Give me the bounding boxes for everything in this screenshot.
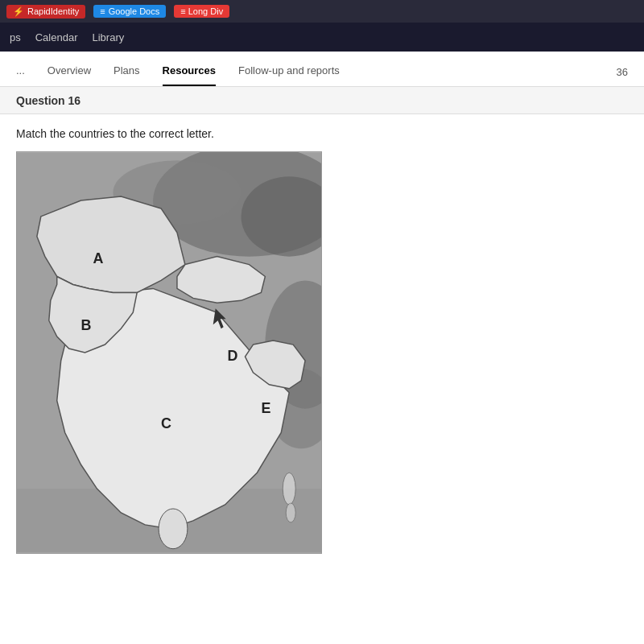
map-svg: A B C D E	[17, 152, 321, 553]
svg-point-13	[283, 473, 295, 505]
question-header: Question 16	[0, 87, 644, 114]
map-container: A B C D E	[16, 151, 322, 554]
tab-plans[interactable]: Plans	[114, 64, 140, 86]
label-D: D	[228, 348, 238, 364]
long-div-tab[interactable]: ≡ Long Div	[174, 5, 229, 18]
label-C: C	[161, 416, 171, 432]
tab-ellipsis[interactable]: ...	[16, 64, 25, 86]
main-content: Match the countries to the correct lette…	[0, 114, 644, 567]
label-A: A	[93, 250, 104, 266]
page-indicator: 36	[617, 66, 628, 86]
rapid-identity-icon: ⚡	[13, 6, 24, 17]
svg-point-12	[159, 509, 188, 549]
question-instruction: Match the countries to the correct lette…	[16, 127, 628, 140]
tab-followup[interactable]: Follow-up and reports	[238, 64, 340, 86]
question-number-label: Question 16	[16, 94, 80, 107]
docs-icon: ≡	[100, 6, 105, 16]
rapid-identity-tab[interactable]: ⚡ RapidIdentity	[6, 5, 85, 19]
nav-calendar[interactable]: Calendar	[35, 31, 78, 43]
svg-point-14	[286, 503, 295, 522]
long-div-icon: ≡	[180, 6, 185, 16]
nav-ps[interactable]: ps	[10, 31, 21, 43]
tab-overview[interactable]: Overview	[47, 64, 91, 86]
label-B: B	[81, 317, 92, 333]
browser-topbar: ⚡ RapidIdentity ≡ Google Docs ≡ Long Div	[0, 0, 644, 23]
tab-resources[interactable]: Resources	[163, 64, 216, 86]
nav-library[interactable]: Library	[93, 31, 125, 43]
app-navbar: ps Calendar Library	[0, 23, 644, 52]
secondary-nav: ... Overview Plans Resources Follow-up a…	[0, 52, 644, 87]
label-E: E	[261, 400, 270, 416]
google-docs-tab[interactable]: ≡ Google Docs	[93, 5, 166, 18]
